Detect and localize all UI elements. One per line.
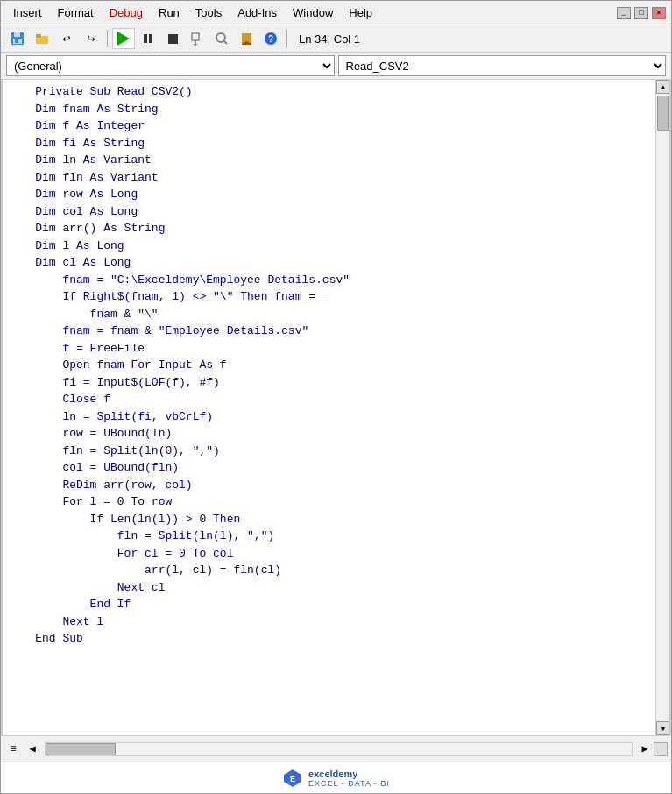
scroll-thumb[interactable] xyxy=(657,96,669,131)
sub-dropdown[interactable]: Read_CSV2 xyxy=(338,55,667,76)
run-button[interactable] xyxy=(112,28,135,49)
menu-tools[interactable]: Tools xyxy=(188,4,229,21)
code-line: Dim f As Integer xyxy=(3,117,655,135)
svg-rect-6 xyxy=(144,34,147,43)
help-icon: ? xyxy=(264,32,278,46)
code-line: Dim row As Long xyxy=(3,186,655,203)
step-icon xyxy=(190,32,204,46)
run-icon xyxy=(117,32,130,46)
code-line: Private Sub Read_CSV2() xyxy=(3,83,655,101)
folder-icon xyxy=(35,32,49,46)
step-into-button[interactable] xyxy=(186,28,209,49)
open-button[interactable] xyxy=(31,28,53,49)
menu-window[interactable]: Window xyxy=(286,4,340,21)
code-line: ln = Split(fi, vbCrLf) xyxy=(3,408,655,426)
code-line: For cl = 0 To col xyxy=(3,545,655,563)
scroll-up-button[interactable]: ▲ xyxy=(656,80,670,94)
code-line: arr(l, cl) = fln(cl) xyxy=(3,562,655,579)
general-dropdown[interactable]: (General) xyxy=(6,55,335,76)
pause-icon xyxy=(142,32,154,45)
code-line: Dim fi As String xyxy=(3,135,655,152)
code-line: Dim arr() As String xyxy=(3,220,655,237)
resize-grip[interactable] xyxy=(654,742,668,756)
menu-debug[interactable]: Debug xyxy=(103,4,150,21)
code-line: fnam & "\" xyxy=(3,306,655,323)
svg-rect-5 xyxy=(36,34,41,38)
code-line: fln = Split(ln(l), ",") xyxy=(3,528,655,545)
minimize-button[interactable]: _ xyxy=(617,7,631,19)
code-line: Close f xyxy=(3,391,655,408)
watermark-logo: E exceldemy EXCEL - DATA - BI xyxy=(282,768,390,789)
toggle-button[interactable]: ≡ xyxy=(4,741,22,758)
window-controls: _ □ ✕ xyxy=(617,7,666,19)
code-line: End If xyxy=(3,596,655,613)
undo-button[interactable]: ↩ xyxy=(55,28,78,49)
code-editor[interactable]: Private Sub Read_CSV2() Dim fnam As Stri… xyxy=(3,80,655,735)
svg-line-13 xyxy=(224,41,228,45)
code-line: fnam = "C:\Exceldemy\Employee Details.cs… xyxy=(3,272,655,289)
save-button[interactable] xyxy=(6,28,29,49)
code-line: Open fnam For Input As f xyxy=(3,357,655,374)
scroll-track[interactable] xyxy=(656,94,669,721)
help-button[interactable]: ? xyxy=(259,28,282,49)
menu-help[interactable]: Help xyxy=(342,4,379,21)
code-line: Dim fln As Variant xyxy=(3,169,655,187)
scroll-down-button[interactable]: ▼ xyxy=(656,721,670,735)
cursor-position: Ln 34, Col 1 xyxy=(299,32,360,46)
watermark-name: exceldemy xyxy=(308,769,390,779)
find-icon xyxy=(215,32,229,46)
code-line: End Sub xyxy=(3,630,655,648)
stop-button[interactable] xyxy=(161,28,184,49)
vertical-scrollbar[interactable]: ▲ ▼ xyxy=(655,80,669,735)
code-line: fnam = fnam & "Employee Details.csv" xyxy=(3,323,655,340)
svg-marker-11 xyxy=(193,44,198,46)
stop-icon xyxy=(167,33,179,45)
statusbar-left: ≡ ◀ xyxy=(4,741,41,758)
code-line: Dim ln As Variant xyxy=(3,152,655,169)
code-line: Next cl xyxy=(3,579,655,597)
separator-1 xyxy=(107,30,108,47)
horizontal-scrollbar[interactable] xyxy=(45,742,633,756)
find-button[interactable] xyxy=(210,28,233,49)
hscroll-thumb[interactable] xyxy=(46,743,116,755)
watermark-tagline: EXCEL - DATA - BI xyxy=(308,779,390,788)
main-window: Insert Format Debug Run Tools Add-Ins Wi… xyxy=(0,0,672,794)
code-line: col = UBound(fln) xyxy=(3,459,655,477)
code-line: Next l xyxy=(3,613,655,631)
code-line: ReDim arr(row, col) xyxy=(3,477,655,494)
menu-insert[interactable]: Insert xyxy=(6,4,49,21)
svg-rect-1 xyxy=(14,32,20,37)
menu-addins[interactable]: Add-Ins xyxy=(230,4,284,21)
bookmark-button[interactable] xyxy=(235,28,258,49)
close-button[interactable]: ✕ xyxy=(652,7,666,19)
watermark-name-group: exceldemy EXCEL - DATA - BI xyxy=(308,769,390,788)
code-line: fi = Input$(LOF(f), #f) xyxy=(3,374,655,392)
code-line: Dim l As Long xyxy=(3,237,655,255)
undo-icon: ↩ xyxy=(62,31,70,47)
statusbar: ≡ ◀ ▶ xyxy=(1,735,671,762)
exceldemy-icon: E xyxy=(282,768,303,789)
separator-2 xyxy=(286,30,287,47)
menu-format[interactable]: Format xyxy=(51,4,101,21)
maximize-button[interactable]: □ xyxy=(634,7,648,19)
svg-rect-9 xyxy=(192,33,199,40)
code-line: Dim cl As Long xyxy=(3,254,655,272)
scroll-left-button[interactable]: ◀ xyxy=(24,741,41,758)
svg-rect-7 xyxy=(149,34,152,43)
save-icon xyxy=(11,32,25,46)
menubar: Insert Format Debug Run Tools Add-Ins Wi… xyxy=(1,1,671,25)
code-line: fln = Split(ln(0), ",") xyxy=(3,443,655,460)
svg-text:E: E xyxy=(290,775,295,783)
redo-button[interactable]: ↪ xyxy=(80,28,103,49)
code-line: Dim col As Long xyxy=(3,203,655,221)
code-line: row = UBound(ln) xyxy=(3,425,655,443)
svg-rect-3 xyxy=(15,39,18,43)
pause-button[interactable] xyxy=(137,28,159,49)
redo-icon: ↪ xyxy=(87,31,95,47)
code-line: If Len(ln(l)) > 0 Then xyxy=(3,511,655,528)
svg-text:?: ? xyxy=(268,34,273,44)
menu-run[interactable]: Run xyxy=(152,4,187,21)
code-line: f = FreeFile xyxy=(3,340,655,358)
scroll-right-button[interactable]: ▶ xyxy=(636,741,654,758)
bookmark-icon xyxy=(240,32,253,46)
